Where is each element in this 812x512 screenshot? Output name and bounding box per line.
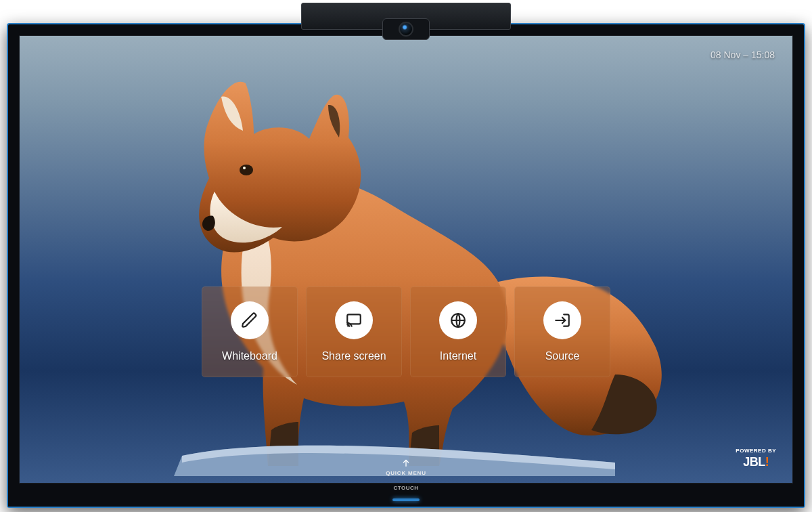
globe-icon [439, 301, 477, 339]
powered-by-brand: JBL! [736, 455, 776, 469]
camera-lens [399, 22, 413, 37]
powered-by-prefix: POWERED BY [736, 448, 776, 454]
tile-share-screen[interactable]: Share screen [306, 286, 402, 377]
device-brand: CTOUCH [8, 485, 804, 491]
arrow-up-icon [401, 458, 411, 469]
tile-source[interactable]: Source [514, 286, 610, 377]
tile-whiteboard[interactable]: Whiteboard [202, 286, 298, 377]
camera-module [301, 3, 511, 30]
launcher-tiles: Whiteboard Share screen [20, 286, 792, 377]
tile-internet[interactable]: Internet [410, 286, 506, 377]
tile-label: Source [545, 350, 580, 362]
quick-menu-handle[interactable]: QUICK MENU [20, 458, 792, 476]
input-icon [543, 301, 581, 339]
display-frame: 08 Nov – 15:08 Whiteboard [7, 23, 805, 508]
powered-by-badge: POWERED BY JBL! [736, 448, 776, 469]
tile-label: Whiteboard [222, 350, 277, 362]
camera-lens-housing [382, 18, 430, 40]
quick-menu-label: QUICK MENU [386, 470, 426, 476]
cast-icon [335, 301, 373, 339]
pencil-icon [231, 301, 269, 339]
tile-label: Share screen [321, 350, 386, 362]
tile-label: Internet [440, 350, 476, 362]
wallpaper [20, 36, 792, 483]
display-bottom-bar: CTOUCH [8, 484, 804, 507]
clock: 08 Nov – 15:08 [710, 49, 775, 60]
jbl-text: JBL [743, 455, 765, 469]
status-led [392, 498, 420, 501]
svg-point-3 [347, 326, 348, 327]
jbl-exclaim-icon: ! [765, 455, 769, 469]
screen: 08 Nov – 15:08 Whiteboard [19, 35, 793, 484]
